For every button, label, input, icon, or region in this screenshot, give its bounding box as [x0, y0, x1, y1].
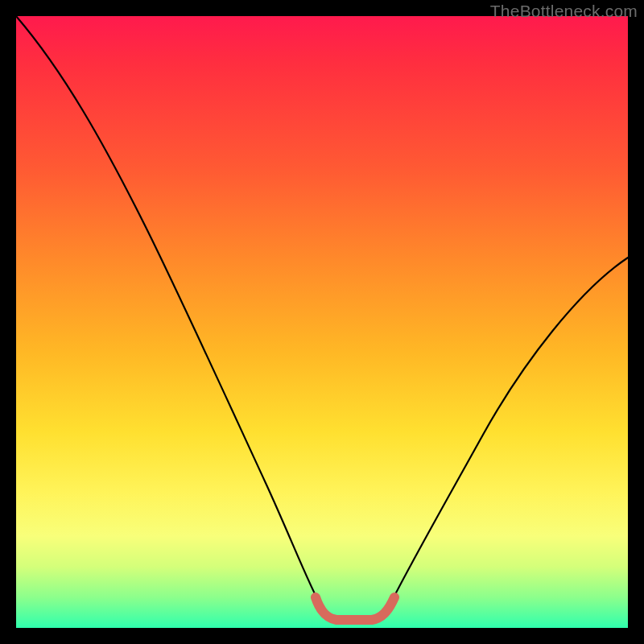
bottleneck-curve-path: [16, 16, 628, 620]
highlight-band-path: [316, 597, 394, 620]
plot-area: [16, 16, 628, 628]
chart-svg: [16, 16, 628, 628]
watermark-label: TheBottleneck.com: [490, 2, 638, 21]
chart-frame: TheBottleneck.com: [0, 0, 644, 644]
